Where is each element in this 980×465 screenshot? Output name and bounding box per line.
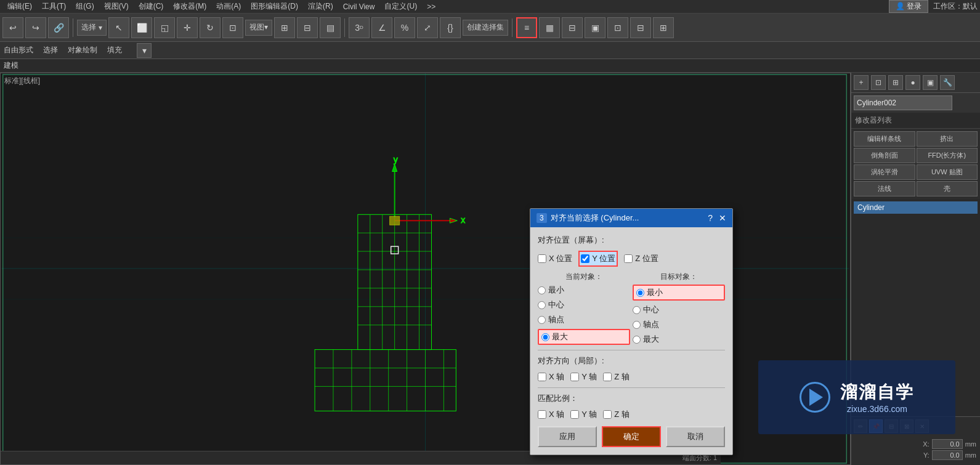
- fill-tab[interactable]: 填充: [107, 45, 122, 55]
- x-position-checkbox-label[interactable]: X 位置: [538, 253, 572, 264]
- current-center-radio[interactable]: 中心: [538, 299, 630, 310]
- edit-spline-btn[interactable]: 编辑样条线: [854, 131, 915, 147]
- material-editor-button[interactable]: ▦: [539, 17, 560, 38]
- transform-set-button[interactable]: {}: [440, 17, 461, 38]
- ffd-btn[interactable]: FFD(长方体): [917, 148, 978, 163]
- target-center-radio[interactable]: 中心: [633, 304, 725, 315]
- snap-spinner-button[interactable]: ⤢: [417, 17, 438, 38]
- match-y-label[interactable]: Y 轴: [570, 409, 597, 420]
- undo-button[interactable]: ↩: [2, 17, 23, 38]
- apply-button[interactable]: 应用: [538, 426, 597, 447]
- modify-icon-btn[interactable]: ⊡: [871, 75, 886, 90]
- align-y-axis-label[interactable]: Y 轴: [570, 371, 597, 382]
- target-pivot-radio[interactable]: 轴点: [633, 319, 725, 330]
- motion-icon-btn[interactable]: ●: [905, 75, 920, 90]
- bevel-profile-btn[interactable]: 倒角剖面: [854, 148, 915, 163]
- extra-button[interactable]: ⊞: [653, 17, 674, 38]
- target-max-radio[interactable]: 最大: [633, 334, 725, 345]
- array-button[interactable]: ▤: [320, 17, 341, 38]
- y-position-checkbox-label[interactable]: Y 位置: [578, 251, 618, 267]
- extrude-btn[interactable]: 挤出: [917, 131, 978, 147]
- redo-button[interactable]: ↪: [25, 17, 46, 38]
- current-radio-group: 最小 中心 轴点 最大: [538, 285, 630, 345]
- target-min-radio[interactable]: 最小: [633, 285, 725, 301]
- create-icon-btn[interactable]: +: [854, 75, 869, 90]
- menu-animation[interactable]: 动画(A): [211, 1, 246, 12]
- snap-percent-button[interactable]: %: [394, 17, 415, 38]
- current-pivot-radio[interactable]: 轴点: [538, 314, 630, 325]
- shell-btn[interactable]: 壳: [917, 181, 978, 196]
- media-button[interactable]: ⊟: [630, 17, 651, 38]
- y-position-checkbox[interactable]: [581, 254, 589, 263]
- menu-graph-editor[interactable]: 图形编辑器(D): [246, 1, 303, 12]
- align-button[interactable]: ⊞: [274, 17, 295, 38]
- select-tab[interactable]: 选择: [43, 45, 58, 55]
- divider-1: [538, 350, 725, 350]
- menu-edit[interactable]: 编辑(E): [2, 1, 37, 12]
- x-position-checkbox[interactable]: [538, 254, 546, 263]
- menu-view[interactable]: 视图(V): [99, 1, 134, 12]
- align-z-axis-checkbox[interactable]: [603, 373, 612, 381]
- z-position-checkbox-label[interactable]: Z 位置: [624, 253, 658, 264]
- current-max-radio[interactable]: 最大: [538, 329, 630, 345]
- uvw-map-btn[interactable]: UVW 贴图: [917, 164, 978, 180]
- move-button[interactable]: ✛: [177, 17, 198, 38]
- align-x-axis-label[interactable]: X 轴: [538, 371, 564, 382]
- normal-btn[interactable]: 法线: [854, 181, 915, 196]
- create-selection-dropdown[interactable]: 创建选择集: [463, 20, 508, 36]
- selection-dropdown[interactable]: 选择▾: [77, 20, 107, 36]
- hierarchy-icon-btn[interactable]: ⊞: [888, 75, 903, 90]
- current-object-header: 当前对象：: [538, 272, 630, 282]
- watermark-content: 溜溜自学 zixue.3d66.com: [800, 381, 914, 414]
- link-button[interactable]: 🔗: [48, 17, 69, 38]
- render-button[interactable]: ⊡: [607, 17, 628, 38]
- modifier-item-cylinder[interactable]: Cylinder: [854, 201, 978, 214]
- match-x-label[interactable]: X 轴: [538, 409, 564, 420]
- select-region2-button[interactable]: ◱: [154, 17, 175, 38]
- menu-customize[interactable]: 自定义(U): [379, 1, 422, 12]
- render-setup-button[interactable]: ⊟: [562, 17, 583, 38]
- align-x-axis-checkbox[interactable]: [538, 373, 546, 381]
- object-paint-tab[interactable]: 对象绘制: [68, 45, 97, 55]
- z-position-checkbox[interactable]: [624, 254, 633, 263]
- login-button[interactable]: 👤 登录: [889, 0, 928, 13]
- match-y-checkbox[interactable]: [570, 410, 579, 419]
- scale-button[interactable]: ⊡: [222, 17, 243, 38]
- current-min-radio[interactable]: 最小: [538, 285, 630, 296]
- menu-group[interactable]: 组(G): [71, 1, 99, 12]
- view-dropdown[interactable]: 视图▾: [245, 20, 272, 36]
- render-frame-button[interactable]: ▣: [585, 17, 605, 38]
- object-name-input[interactable]: [854, 95, 952, 110]
- separator-2: [344, 18, 345, 37]
- utilities-icon-btn[interactable]: 🔧: [940, 75, 955, 90]
- display-icon-btn[interactable]: ▣: [923, 75, 937, 90]
- dialog-close-button[interactable]: ✕: [719, 213, 726, 223]
- menu-create[interactable]: 创建(C): [134, 1, 169, 12]
- menu-tools[interactable]: 工具(T): [37, 1, 71, 12]
- cancel-button[interactable]: 取消: [666, 426, 725, 447]
- schematic-view-button[interactable]: ≡: [516, 17, 537, 38]
- freeform-tab[interactable]: 自由形式: [4, 45, 33, 55]
- snap-angle-button[interactable]: ∠: [371, 17, 392, 38]
- match-z-label[interactable]: Z 轴: [603, 409, 630, 420]
- snap-3d-button[interactable]: 3D: [349, 17, 370, 38]
- menu-more[interactable]: >>: [422, 2, 440, 12]
- menu-modifier[interactable]: 修改器(M): [168, 1, 211, 12]
- separator-1: [73, 18, 73, 37]
- mirror-button[interactable]: ⊟: [297, 17, 318, 38]
- dialog-help-button[interactable]: ?: [708, 213, 713, 223]
- confirm-button[interactable]: 确定: [602, 426, 661, 447]
- align-position-label: 对齐位置（屏幕）:: [538, 235, 725, 246]
- target-object-col: 目标对象： 最小 中心 轴点: [633, 272, 725, 345]
- turbosmooth-btn[interactable]: 涡轮平滑: [854, 164, 915, 180]
- align-y-axis-checkbox[interactable]: [570, 373, 579, 381]
- align-z-axis-label[interactable]: Z 轴: [603, 371, 630, 382]
- menu-civil-view[interactable]: Civil View: [338, 2, 380, 12]
- rotate-button[interactable]: ↻: [200, 17, 221, 38]
- select-region-button[interactable]: ⬜: [131, 17, 152, 38]
- fill-dropdown-btn[interactable]: ▾: [137, 43, 152, 58]
- match-z-checkbox[interactable]: [603, 410, 612, 419]
- select-object-button[interactable]: ↖: [108, 17, 129, 38]
- menu-render[interactable]: 渲染(R): [303, 1, 338, 12]
- match-x-checkbox[interactable]: [538, 410, 546, 419]
